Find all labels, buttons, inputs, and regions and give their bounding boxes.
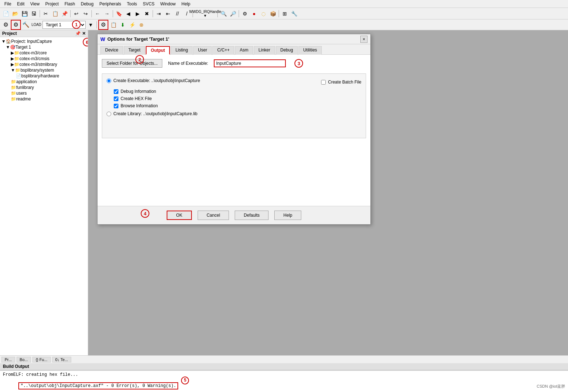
tree-target[interactable]: ▼ 🎯 Target 1 (0, 44, 88, 50)
tab-target[interactable]: Target (124, 46, 145, 55)
help-btn[interactable]: Help (274, 211, 301, 220)
create-executable-radio[interactable] (107, 78, 111, 83)
ok-btn[interactable]: OK (167, 211, 192, 220)
cut-btn[interactable]: ✂ (41, 9, 50, 18)
options-btn-red[interactable]: ⚙ (98, 20, 108, 30)
tree-cortex-cmsis[interactable]: ▶ 📁 cotex-m3/cmsis (0, 56, 88, 62)
build-line-2-highlight: "..\output\obj\InputCapture.axf" - 0 Err… (18, 382, 178, 389)
sep3 (91, 10, 92, 17)
nav-forward-btn[interactable]: → (103, 9, 111, 18)
menu-project[interactable]: Project (42, 1, 62, 7)
create-hex-checkbox[interactable] (114, 96, 118, 101)
wizard-btn[interactable]: WWDG_IRQHandle ▼ (194, 9, 216, 18)
tab-output[interactable]: Output (146, 46, 170, 55)
status-tab-fu[interactable]: {} Fu... (32, 357, 50, 362)
tree-project[interactable]: ▼ 🏠 Project: InputCapture 6 (0, 39, 88, 44)
debug-info-checkbox[interactable] (114, 89, 118, 94)
menu-view[interactable]: View (27, 1, 42, 7)
folder-expand-icon-4: ▼ (11, 68, 15, 73)
tab-listing[interactable]: Listing (171, 46, 193, 55)
close-panel-icon[interactable]: ✕ (82, 31, 86, 36)
menu-window[interactable]: Window (157, 1, 179, 7)
tree-users[interactable]: 📁 users (0, 90, 88, 96)
sep4 (113, 10, 113, 17)
build-btn[interactable]: 🔨 (22, 21, 30, 29)
build-output-header: Build Output (0, 363, 568, 370)
menu-edit[interactable]: Edit (14, 1, 27, 7)
target-options-btn[interactable]: ⚙ (1, 21, 10, 29)
target-expand-icon: ▼ (6, 45, 10, 50)
flash-btn[interactable]: ⚡ (128, 21, 136, 29)
next-bookmark-btn[interactable]: ▶ (133, 9, 142, 18)
select-folder-btn[interactable]: Select Folder for Objects... (102, 59, 162, 68)
load-btn[interactable]: LOAD (31, 21, 42, 29)
dialog-titlebar: W Options for Target 'Target 1' × (98, 34, 370, 44)
defaults-btn[interactable]: Defaults (235, 211, 269, 220)
wrench-btn[interactable]: 🔧 (290, 9, 298, 18)
menu-tools[interactable]: Tools (124, 1, 140, 7)
tree-cortex-stmlibrary[interactable]: ▶ 📁 cotex-m3/stmlibrary (0, 62, 88, 67)
tree-bsplibrary-system[interactable]: ▼ 📁 bsplibrary/system (0, 67, 88, 73)
redo-btn[interactable]: ↪ (81, 9, 90, 18)
prev-bookmark-btn[interactable]: ◀ (124, 9, 132, 18)
copy-btn[interactable]: 📋 (51, 9, 59, 18)
menu-debug[interactable]: Debug (78, 1, 96, 7)
nav-back-btn[interactable]: ← (93, 9, 102, 18)
tab-debug[interactable]: Debug (276, 46, 298, 55)
open-btn[interactable]: 📂 (11, 9, 19, 18)
target-select-dropdown[interactable]: ▼ (86, 21, 95, 29)
clear-bookmark-btn[interactable]: ✖ (143, 9, 151, 18)
create-library-radio[interactable] (107, 112, 111, 116)
save-all-btn[interactable]: 🖫 (30, 9, 38, 18)
copy-target-btn[interactable]: 📋 (109, 21, 118, 29)
pin-icon[interactable]: 📌 (75, 31, 81, 36)
circle-btn1[interactable]: ● (250, 9, 258, 18)
sep2 (70, 10, 71, 17)
menu-svcs[interactable]: SVCS (140, 1, 158, 7)
new-file-btn[interactable]: 📄 (1, 9, 10, 18)
menu-file[interactable]: File (1, 1, 14, 7)
cancel-btn[interactable]: Cancel (198, 211, 229, 220)
folder-icon-3: 📁 (14, 62, 19, 67)
comment-btn[interactable]: // (173, 9, 182, 18)
indent-btn[interactable]: ⇥ (154, 9, 163, 18)
tree-readme[interactable]: 📁 readme (0, 96, 88, 102)
target-options-btn-red[interactable]: ⚙ (11, 20, 21, 30)
exec-name-input[interactable] (214, 59, 286, 67)
status-tab-bo[interactable]: Bo... (17, 357, 31, 362)
exec-name-label: Name of Executable: (168, 61, 208, 66)
browse-info-checkbox[interactable] (114, 104, 118, 108)
bookmark-btn[interactable]: 🔖 (114, 9, 123, 18)
tab-device[interactable]: Device (100, 46, 123, 55)
tab-user[interactable]: User (193, 46, 212, 55)
status-tab-te[interactable]: 0↓ Te... (52, 357, 71, 362)
grid-btn[interactable]: ⊞ (280, 9, 289, 18)
undo-btn[interactable]: ↩ (72, 9, 81, 18)
tree-bsplibrary-hardware[interactable]: 📄 bsplibrary/hardware (0, 73, 88, 79)
erase-btn[interactable]: ⊗ (137, 21, 146, 29)
project-header-icons: 📌 ✕ (75, 31, 86, 36)
tab-utilities[interactable]: Utilities (298, 46, 322, 55)
download-btn[interactable]: ⬇ (118, 21, 127, 29)
tab-linker[interactable]: Linker (254, 46, 275, 55)
outdent-btn[interactable]: ⇤ (164, 9, 172, 18)
tree-funlibrary[interactable]: 📁 funlibrary (0, 85, 88, 90)
circle-btn2[interactable]: ◌ (259, 9, 268, 18)
menu-flash[interactable]: Flash (62, 1, 78, 7)
package-btn[interactable]: 📦 (269, 9, 277, 18)
save-btn[interactable]: 💾 (20, 9, 29, 18)
dialog-close-btn[interactable]: × (360, 36, 368, 43)
tab-asm[interactable]: Asm (235, 46, 253, 55)
tree-application[interactable]: 📁 application (0, 79, 88, 85)
tree-cortex-core[interactable]: ▶ 📁 cotex-m3/core (0, 50, 88, 56)
create-batch-checkbox[interactable] (321, 80, 326, 85)
menu-help[interactable]: Help (179, 1, 193, 7)
status-tab-pr[interactable]: Pr... (1, 357, 15, 362)
find-btn[interactable]: 🔍 (219, 9, 228, 18)
inspect-btn[interactable]: 🔎 (229, 9, 237, 18)
menu-peripherals[interactable]: Peripherals (96, 1, 124, 7)
tab-cpp[interactable]: C/C++ (212, 46, 234, 55)
settings-btn[interactable]: ⚙ (240, 9, 249, 18)
paste-btn[interactable]: 📌 (60, 9, 69, 18)
dialog-options: W Options for Target 'Target 1' × Device… (97, 34, 371, 225)
